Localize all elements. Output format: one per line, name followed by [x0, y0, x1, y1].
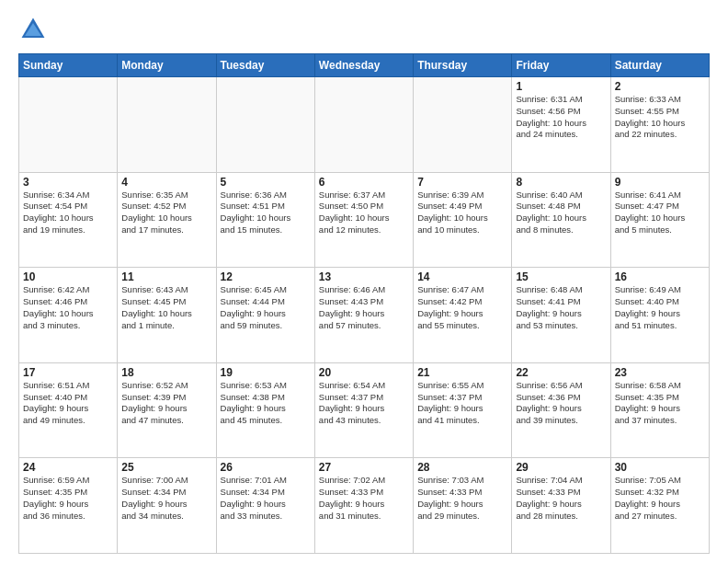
calendar-cell: 22Sunrise: 6:56 AM Sunset: 4:36 PM Dayli…: [512, 362, 610, 458]
day-info: Sunrise: 6:51 AM Sunset: 4:40 PM Dayligh…: [23, 380, 113, 427]
day-number: 21: [417, 366, 507, 379]
day-info: Sunrise: 6:39 AM Sunset: 4:49 PM Dayligh…: [417, 190, 507, 236]
calendar-cell: 8Sunrise: 6:40 AM Sunset: 4:48 PM Daylig…: [512, 172, 610, 268]
calendar-cell: 24Sunrise: 6:59 AM Sunset: 4:35 PM Dayli…: [19, 458, 118, 554]
day-number: 8: [516, 176, 606, 189]
day-number: 10: [23, 270, 113, 283]
calendar-week-2: 10Sunrise: 6:42 AM Sunset: 4:46 PM Dayli…: [19, 268, 710, 363]
calendar-cell: [19, 77, 118, 173]
calendar-cell: 27Sunrise: 7:02 AM Sunset: 4:33 PM Dayli…: [314, 458, 413, 554]
logo: [18, 15, 51, 44]
day-info: Sunrise: 6:59 AM Sunset: 4:35 PM Dayligh…: [23, 475, 113, 522]
day-number: 14: [417, 270, 507, 283]
calendar-cell: 19Sunrise: 6:53 AM Sunset: 4:38 PM Dayli…: [216, 362, 314, 458]
day-number: 1: [516, 80, 606, 93]
day-info: Sunrise: 6:43 AM Sunset: 4:45 PM Dayligh…: [121, 284, 211, 331]
day-info: Sunrise: 6:45 AM Sunset: 4:44 PM Dayligh…: [221, 284, 311, 331]
calendar-header-sunday: Sunday: [19, 54, 118, 77]
calendar-header-wednesday: Wednesday: [314, 54, 413, 77]
calendar-cell: 2Sunrise: 6:33 AM Sunset: 4:55 PM Daylig…: [610, 77, 709, 173]
calendar-cell: 11Sunrise: 6:43 AM Sunset: 4:45 PM Dayli…: [118, 268, 216, 363]
calendar-table: SundayMondayTuesdayWednesdayThursdayFrid…: [18, 53, 710, 554]
calendar-week-3: 17Sunrise: 6:51 AM Sunset: 4:40 PM Dayli…: [19, 362, 710, 458]
calendar-header-monday: Monday: [118, 54, 216, 77]
calendar-week-4: 24Sunrise: 6:59 AM Sunset: 4:35 PM Dayli…: [19, 458, 710, 554]
day-number: 24: [23, 461, 113, 474]
calendar-header-tuesday: Tuesday: [216, 54, 314, 77]
day-number: 2: [615, 80, 705, 93]
day-number: 3: [23, 176, 113, 189]
calendar-cell: 14Sunrise: 6:47 AM Sunset: 4:42 PM Dayli…: [414, 268, 512, 363]
calendar-cell: 16Sunrise: 6:49 AM Sunset: 4:40 PM Dayli…: [610, 268, 709, 363]
day-number: 26: [221, 461, 311, 474]
day-info: Sunrise: 7:01 AM Sunset: 4:34 PM Dayligh…: [221, 475, 311, 522]
calendar-cell: 4Sunrise: 6:35 AM Sunset: 4:52 PM Daylig…: [118, 172, 216, 268]
day-number: 28: [417, 461, 507, 474]
day-info: Sunrise: 6:31 AM Sunset: 4:56 PM Dayligh…: [516, 94, 606, 141]
day-number: 30: [615, 461, 705, 474]
calendar-cell: 1Sunrise: 6:31 AM Sunset: 4:56 PM Daylig…: [512, 77, 610, 173]
day-number: 12: [221, 270, 311, 283]
day-number: 27: [319, 461, 409, 474]
day-number: 5: [221, 176, 311, 189]
calendar-cell: 20Sunrise: 6:54 AM Sunset: 4:37 PM Dayli…: [314, 362, 413, 458]
calendar-cell: [414, 77, 512, 173]
day-info: Sunrise: 7:02 AM Sunset: 4:33 PM Dayligh…: [319, 475, 409, 522]
day-info: Sunrise: 7:00 AM Sunset: 4:34 PM Dayligh…: [121, 475, 211, 522]
day-number: 13: [319, 270, 409, 283]
calendar-cell: [118, 77, 216, 173]
day-info: Sunrise: 6:52 AM Sunset: 4:39 PM Dayligh…: [121, 380, 211, 427]
day-info: Sunrise: 7:05 AM Sunset: 4:32 PM Dayligh…: [615, 475, 705, 522]
calendar-cell: 7Sunrise: 6:39 AM Sunset: 4:49 PM Daylig…: [414, 172, 512, 268]
calendar-cell: 18Sunrise: 6:52 AM Sunset: 4:39 PM Dayli…: [118, 362, 216, 458]
calendar-cell: [314, 77, 413, 173]
day-number: 11: [121, 270, 211, 283]
day-number: 6: [319, 176, 409, 189]
logo-icon: [18, 15, 48, 44]
day-number: 23: [615, 366, 705, 379]
day-info: Sunrise: 6:49 AM Sunset: 4:40 PM Dayligh…: [615, 284, 705, 331]
day-info: Sunrise: 6:35 AM Sunset: 4:52 PM Dayligh…: [121, 190, 211, 236]
calendar-cell: 13Sunrise: 6:46 AM Sunset: 4:43 PM Dayli…: [314, 268, 413, 363]
day-info: Sunrise: 6:34 AM Sunset: 4:54 PM Dayligh…: [23, 190, 113, 236]
day-number: 9: [615, 176, 705, 189]
calendar-week-0: 1Sunrise: 6:31 AM Sunset: 4:56 PM Daylig…: [19, 77, 710, 173]
calendar-header-thursday: Thursday: [414, 54, 512, 77]
day-info: Sunrise: 6:41 AM Sunset: 4:47 PM Dayligh…: [615, 190, 705, 236]
calendar-cell: 26Sunrise: 7:01 AM Sunset: 4:34 PM Dayli…: [216, 458, 314, 554]
calendar-header-row: SundayMondayTuesdayWednesdayThursdayFrid…: [19, 54, 710, 77]
day-info: Sunrise: 6:55 AM Sunset: 4:37 PM Dayligh…: [417, 380, 507, 427]
calendar-cell: 9Sunrise: 6:41 AM Sunset: 4:47 PM Daylig…: [610, 172, 709, 268]
calendar-header-saturday: Saturday: [610, 54, 709, 77]
calendar-cell: 3Sunrise: 6:34 AM Sunset: 4:54 PM Daylig…: [19, 172, 118, 268]
calendar-cell: [216, 77, 314, 173]
calendar-header-friday: Friday: [512, 54, 610, 77]
day-info: Sunrise: 6:47 AM Sunset: 4:42 PM Dayligh…: [417, 284, 507, 331]
day-number: 4: [121, 176, 211, 189]
day-info: Sunrise: 6:54 AM Sunset: 4:37 PM Dayligh…: [319, 380, 409, 427]
day-number: 16: [615, 270, 705, 283]
calendar-week-1: 3Sunrise: 6:34 AM Sunset: 4:54 PM Daylig…: [19, 172, 710, 268]
day-number: 20: [319, 366, 409, 379]
day-info: Sunrise: 6:33 AM Sunset: 4:55 PM Dayligh…: [615, 94, 705, 141]
day-info: Sunrise: 6:58 AM Sunset: 4:35 PM Dayligh…: [615, 380, 705, 427]
day-info: Sunrise: 7:03 AM Sunset: 4:33 PM Dayligh…: [417, 475, 507, 522]
calendar-cell: 28Sunrise: 7:03 AM Sunset: 4:33 PM Dayli…: [414, 458, 512, 554]
day-info: Sunrise: 6:40 AM Sunset: 4:48 PM Dayligh…: [516, 190, 606, 236]
day-number: 18: [121, 366, 211, 379]
day-info: Sunrise: 6:37 AM Sunset: 4:50 PM Dayligh…: [319, 190, 409, 236]
day-number: 7: [417, 176, 507, 189]
day-info: Sunrise: 6:56 AM Sunset: 4:36 PM Dayligh…: [516, 380, 606, 427]
calendar-cell: 5Sunrise: 6:36 AM Sunset: 4:51 PM Daylig…: [216, 172, 314, 268]
day-info: Sunrise: 6:36 AM Sunset: 4:51 PM Dayligh…: [221, 190, 311, 236]
calendar-cell: 12Sunrise: 6:45 AM Sunset: 4:44 PM Dayli…: [216, 268, 314, 363]
day-number: 17: [23, 366, 113, 379]
page: SundayMondayTuesdayWednesdayThursdayFrid…: [0, 0, 728, 563]
calendar-cell: 30Sunrise: 7:05 AM Sunset: 4:32 PM Dayli…: [610, 458, 709, 554]
calendar-cell: 29Sunrise: 7:04 AM Sunset: 4:33 PM Dayli…: [512, 458, 610, 554]
day-info: Sunrise: 6:53 AM Sunset: 4:38 PM Dayligh…: [221, 380, 311, 427]
day-number: 25: [121, 461, 211, 474]
calendar-cell: 15Sunrise: 6:48 AM Sunset: 4:41 PM Dayli…: [512, 268, 610, 363]
header: [18, 15, 710, 44]
day-number: 19: [221, 366, 311, 379]
